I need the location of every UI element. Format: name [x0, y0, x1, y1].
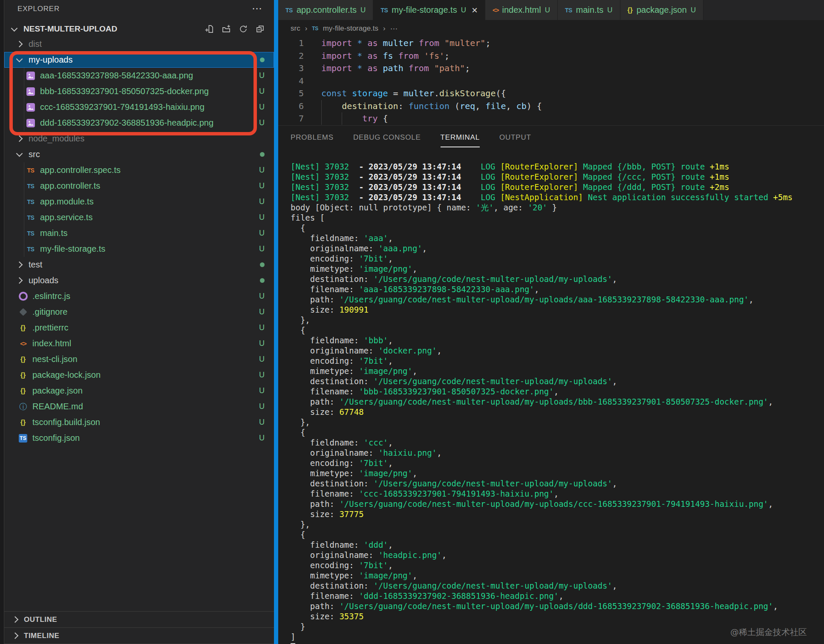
tree-item-src[interactable]: src: [4, 147, 274, 162]
breadcrumb: src›TSmy-file-storage.ts›⋯: [278, 20, 824, 37]
new-file-icon[interactable]: [205, 25, 213, 33]
tree-item-package-lock.json[interactable]: {}package-lock.jsonU: [4, 367, 274, 383]
panel-tab-output[interactable]: OUTPUT: [499, 133, 531, 142]
tree-item-index.html[interactable]: <>index.htmlU: [4, 336, 274, 351]
tree-item-label: app.controller.ts: [40, 181, 100, 191]
tree-item-test[interactable]: test: [4, 257, 274, 273]
tree-item-my-file-storage.ts[interactable]: TSmy-file-storage.tsU: [4, 241, 274, 257]
git-untracked-badge: U: [607, 6, 612, 14]
git-untracked-badge: U: [259, 323, 265, 332]
modified-dot-badge: [260, 58, 265, 62]
tree-item-tsconfig.build.json[interactable]: {}tsconfig.build.jsonU: [4, 414, 274, 430]
git-untracked-badge: U: [259, 371, 265, 380]
tree-item-label: .gitignore: [32, 307, 67, 317]
terminal[interactable]: [Nest] 37032 - 2023/05/29 13:47:14 LOG […: [291, 161, 824, 644]
panel-tab-terminal[interactable]: TERMINAL: [441, 133, 480, 142]
project-section-header[interactable]: NEST-MULTER-UPLOAD: [4, 22, 274, 36]
chevron-right-icon: [12, 632, 19, 639]
refresh-icon[interactable]: [239, 25, 248, 33]
tree-item-label: package-lock.json: [32, 370, 101, 380]
collapse-all-icon[interactable]: [256, 25, 265, 33]
git-untracked-badge: U: [259, 213, 265, 222]
terminal-line: filename: 'ccc-1685339237901-794191493-h…: [291, 489, 824, 499]
terminal-line: },: [291, 417, 824, 427]
tree-item-.eslintrc.js[interactable]: .eslintrc.jsU: [4, 288, 274, 304]
tree-item-.gitignore[interactable]: .gitignoreU: [4, 304, 274, 320]
section-header-outline[interactable]: OUTLINE: [4, 611, 274, 627]
tree-item-bbb-1685339237901-850507325-docker.png[interactable]: bbb-1685339237901-850507325-docker.pngU: [4, 83, 274, 99]
typescript-file-icon: TS: [25, 214, 37, 221]
git-untracked-badge: U: [259, 181, 265, 190]
tree-item-my-uploads[interactable]: my-uploads: [4, 52, 274, 68]
tree-item-ddd-1685339237902-368851936-headpic.png[interactable]: ddd-1685339237902-368851936-headpic.pngU: [4, 115, 274, 131]
explorer-more-icon[interactable]: ⋯: [252, 0, 262, 18]
new-folder-icon[interactable]: [222, 25, 230, 33]
terminal-line: },: [291, 519, 824, 529]
close-icon[interactable]: ×: [472, 5, 478, 15]
terminal-line: destination: '/Users/guang/code/nest-mul…: [291, 478, 824, 489]
explorer-title: EXPLORER: [4, 0, 274, 18]
tree-item-aaa-1685339237898-58422330-aaa.png[interactable]: aaa-1685339237898-58422330-aaa.pngU: [4, 68, 274, 83]
tab-bar: TSapp.controller.tsUTSmy-file-storage.ts…: [278, 0, 824, 20]
terminal-line: body [Object: null prototype] { name: '光…: [291, 202, 824, 213]
typescript-file-icon: TS: [25, 183, 37, 190]
tree-item-tsconfig.json[interactable]: TStsconfig.jsonU: [4, 430, 274, 446]
editor-tab-index.html[interactable]: <>index.htmlU: [485, 0, 558, 20]
code-editor[interactable]: 1import * as multer from "multer";2impor…: [278, 37, 824, 125]
tree-item-label: app.module.ts: [40, 197, 94, 207]
code-line: 6 destination: function (req, file, cb) …: [278, 100, 824, 113]
tree-item-app.controller.ts[interactable]: TSapp.controller.tsU: [4, 178, 274, 194]
git-untracked-badge: U: [259, 418, 265, 427]
indent-guide: [24, 99, 24, 115]
tree-item-node_modules[interactable]: node_modules: [4, 131, 274, 147]
chevron-down-icon: [16, 150, 23, 157]
tree-item-package.json[interactable]: {}package.jsonU: [4, 383, 274, 399]
tab-label: my-file-storage.ts: [392, 5, 457, 15]
tree-item-label: tsconfig.json: [32, 433, 80, 443]
terminal-line: {: [291, 325, 824, 335]
tree-item-label: package.json: [32, 386, 83, 396]
tree-item-label: README.md: [32, 402, 83, 411]
chevron-down-icon: [11, 25, 18, 32]
editor-tab-package.json[interactable]: {}package.jsonU: [620, 0, 704, 20]
tree-item-dist[interactable]: dist: [4, 36, 274, 52]
line-number: 2: [278, 50, 304, 63]
breadcrumb-more-icon[interactable]: ⋯: [390, 24, 398, 33]
line-number: 1: [278, 37, 304, 50]
code-text: destination: function (req, file, cb) {: [321, 100, 542, 113]
image-file-icon: [25, 103, 37, 112]
indent-guide: [24, 241, 24, 257]
breadcrumb-item[interactable]: my-file-storage.ts: [323, 24, 378, 33]
tree-item-ccc-1685339237901-794191493-haixiu.png[interactable]: ccc-1685339237901-794191493-haixiu.pngU: [4, 99, 274, 115]
tree-item-app.controller.spec.ts[interactable]: TSapp.controller.spec.tsU: [4, 162, 274, 178]
tree-item-app.module.ts[interactable]: TSapp.module.tsU: [4, 194, 274, 210]
tree-item-app.service.ts[interactable]: TSapp.service.tsU: [4, 210, 274, 225]
editor-tab-app.controller.ts[interactable]: TSapp.controller.tsU: [278, 0, 373, 20]
editor-tab-my-file-storage.ts[interactable]: TSmy-file-storage.tsU×: [373, 0, 485, 20]
breadcrumb-item[interactable]: src: [291, 24, 300, 33]
line-number: 4: [278, 75, 304, 88]
panel-tab-problems[interactable]: PROBLEMS: [291, 133, 334, 142]
tree-item-label: dist: [29, 39, 42, 49]
section-header-timeline[interactable]: TIMELINE: [4, 627, 274, 644]
panel-tab-debug-console[interactable]: DEBUG CONSOLE: [353, 133, 421, 142]
tree-item-README.md[interactable]: ⓘREADME.mdU: [4, 399, 274, 414]
tree-item-.prettierrc[interactable]: {}.prettierrcU: [4, 320, 274, 336]
indent-guide: [24, 115, 24, 131]
code-line: 5const storage = multer.diskStorage({: [278, 87, 824, 100]
git-untracked-badge: U: [259, 308, 265, 316]
typescript-file-icon: TS: [380, 7, 388, 14]
editor-tab-main.ts[interactable]: TSmain.tsU: [558, 0, 620, 20]
tree-item-label: app.controller.spec.ts: [40, 165, 121, 175]
code-text: const storage = multer.diskStorage({: [321, 87, 506, 100]
panel-tabs: PROBLEMSDEBUG CONSOLETERMINALOUTPUT: [278, 126, 824, 150]
terminal-line: encoding: '7bit',: [291, 356, 824, 366]
line-number: 5: [278, 87, 304, 100]
sidebar-resize-sash[interactable]: [274, 0, 278, 644]
terminal-line: mimetype: 'image/png',: [291, 366, 824, 376]
tree-item-uploads[interactable]: uploads: [4, 273, 274, 288]
chevron-right-icon: [16, 41, 23, 48]
tree-item-main.ts[interactable]: TSmain.tsU: [4, 225, 274, 241]
tree-item-nest-cli.json[interactable]: {}nest-cli.jsonU: [4, 351, 274, 367]
line-number: 6: [278, 100, 304, 113]
